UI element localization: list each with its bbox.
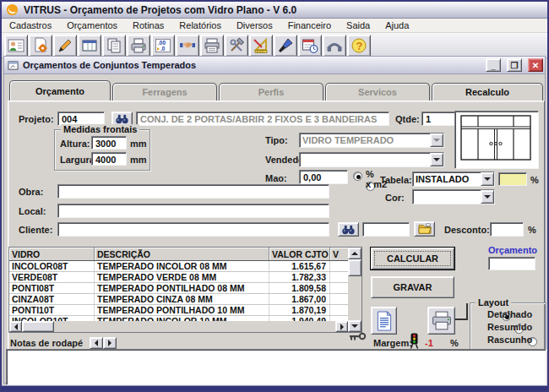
margem-unit: % — [450, 338, 459, 348]
cor-value — [413, 190, 481, 204]
layout-detalhado-label: Detalhado — [487, 309, 532, 319]
grid-vscrollbar — [348, 248, 361, 332]
tab-servicos[interactable]: Servicos — [325, 83, 430, 101]
menu-orcamentos[interactable]: Orçamentos — [59, 19, 125, 32]
altura-input[interactable]: 3000 — [91, 136, 127, 150]
scroll-down-button[interactable] — [348, 320, 361, 332]
minimize-button[interactable]: _ — [486, 58, 501, 72]
hscroll-thumb[interactable] — [22, 321, 54, 332]
grid-hscrollbar — [9, 321, 348, 332]
child-title-bar[interactable]: Orçamentos de Conjuntos Temperados _ ❐ ✕ — [4, 57, 545, 74]
cliente-label: Cliente: — [19, 225, 52, 235]
vendedor-dropdown-button[interactable] — [430, 153, 443, 166]
cell-descricao: TEMPERADO PONTILHADO 08 MM — [95, 283, 269, 293]
chevron-down-icon — [433, 158, 440, 161]
cor-combobox[interactable] — [412, 189, 495, 204]
qtde-input[interactable]: 1 — [421, 112, 459, 126]
grid-header-row: VIDRO DESCRIÇÃO VALOR CJTO V — [9, 248, 361, 261]
notas-prev-button[interactable] — [90, 337, 103, 349]
tab-orcamento[interactable]: Orçamento — [9, 80, 111, 101]
tabela-percent-input[interactable] — [498, 172, 527, 186]
vscroll-thumb[interactable] — [348, 259, 361, 276]
tabela-dropdown-button[interactable] — [481, 172, 494, 186]
tab-perfis[interactable]: Perfis — [219, 83, 323, 101]
paint-button[interactable] — [274, 35, 297, 57]
projeto-descricao-input[interactable]: CONJ. DE 2 PORTAS/ABRIR 2 FIXOS E 3 BAND… — [136, 112, 389, 126]
vendedor-combobox[interactable] — [299, 152, 444, 167]
print-setup-button[interactable] — [200, 35, 224, 57]
largura-input[interactable]: 4000 — [91, 152, 127, 166]
restore-button[interactable]: ❐ — [507, 58, 522, 72]
menu-financeiro[interactable]: Financeiro — [280, 19, 339, 32]
tipo-dropdown-button[interactable] — [430, 133, 443, 147]
print-button-toolbar[interactable] — [127, 35, 150, 57]
arrow-right-icon — [108, 340, 111, 346]
chevron-down-icon — [484, 195, 491, 199]
table-row[interactable]: PONTI08T TEMPERADO PONTILHADO 08 MM 1.80… — [9, 283, 361, 294]
cell-codigo: CINZA08T — [9, 294, 95, 304]
menu-relatorios[interactable]: Relatórios — [171, 19, 229, 32]
tabela-combobox[interactable]: INSTALADO — [412, 172, 495, 187]
tab-ferragens[interactable]: Ferragens — [112, 83, 217, 101]
cliente-code-input[interactable] — [362, 222, 410, 237]
schedule-button[interactable] — [298, 35, 322, 57]
gravar-button[interactable]: GRAVAR — [371, 276, 454, 298]
tab-recalculo[interactable]: Recalculo — [432, 83, 543, 101]
printer-icon — [431, 310, 453, 331]
orcamento-input[interactable] — [488, 257, 535, 270]
obra-input[interactable] — [57, 184, 329, 199]
report-button[interactable] — [371, 307, 397, 335]
close-button[interactable]: ✕ — [528, 58, 543, 72]
notas-next-button[interactable] — [103, 337, 117, 349]
mao-input[interactable]: 0,00 — [299, 170, 348, 184]
print-orcamento-button[interactable] — [427, 307, 455, 335]
phone-button[interactable] — [323, 35, 346, 57]
connector-line-v — [466, 303, 468, 320]
tools-button[interactable] — [225, 35, 248, 57]
scroll-up-button[interactable] — [348, 248, 361, 259]
project-settings-button[interactable] — [29, 35, 52, 57]
column-header-vidro: VIDRO — [9, 248, 95, 260]
layout-rascunho-label: Rascunho — [487, 335, 532, 345]
menu-rotinas[interactable]: Rotinas — [125, 19, 171, 32]
table-window-icon — [81, 37, 98, 54]
scroll-right-button[interactable] — [335, 321, 348, 332]
help-button[interactable]: ? — [347, 35, 371, 57]
gravar-button-label: GRAVAR — [372, 277, 454, 297]
tabela-value: INSTALADO — [413, 172, 481, 186]
tipo-value: VIDRO TEMPERADO — [300, 133, 430, 147]
clients-button[interactable] — [4, 35, 28, 57]
menu-saida[interactable]: Saida — [339, 19, 378, 32]
percent-radio[interactable] — [353, 172, 362, 181]
table-row[interactable]: CINZA08T TEMPERADO CINZA 08 MM 1.867,00 — [9, 294, 361, 305]
bottom-frame — [2, 385, 547, 390]
percent-radio-label: % — [366, 169, 374, 179]
table-row[interactable]: PONTI10T TEMPERADO PONTILHADO 10 MM 1.87… — [9, 305, 361, 316]
altura-unit-label: mm — [130, 139, 147, 149]
cliente-input[interactable] — [57, 222, 329, 237]
tipo-combobox[interactable]: VIDRO TEMPERADO — [299, 133, 444, 148]
table-row[interactable]: VERDE08T TEMPERADO VERDE 08 MM 1.782,33 — [9, 272, 361, 283]
menu-ajuda[interactable]: Ajuda — [378, 19, 416, 32]
search-cliente-button[interactable] — [338, 222, 359, 237]
table-row[interactable]: INCOLOR08T TEMPERADO INCOLOR 08 MM 1.615… — [9, 261, 361, 272]
measure-button[interactable] — [249, 35, 273, 57]
copy-button[interactable] — [102, 35, 126, 57]
cell-descricao: TEMPERADO INCOLOR 08 MM — [95, 261, 269, 271]
deal-button[interactable] — [176, 35, 199, 57]
calcular-button[interactable]: CALCULAR — [371, 248, 454, 270]
local-input[interactable] — [57, 204, 329, 218]
edit-button[interactable] — [53, 35, 77, 57]
folder-icon — [417, 223, 432, 235]
title-bar[interactable]: VITRUS - Orçamento de Projetos com Vidro… — [2, 2, 547, 19]
notas-textarea[interactable] — [6, 349, 546, 385]
arrow-left-icon — [95, 340, 98, 346]
menu-diversos[interactable]: Diversos — [229, 19, 280, 32]
desconto-input[interactable] — [490, 222, 524, 237]
cor-dropdown-button[interactable] — [481, 190, 494, 204]
menu-cadastros[interactable]: Cadastros — [2, 19, 59, 32]
scroll-left-button[interactable] — [9, 321, 22, 332]
open-folder-button[interactable] — [414, 221, 435, 237]
decimal-format-button[interactable]: .00.0 — [151, 35, 175, 57]
browse-window-button[interactable] — [78, 35, 101, 57]
